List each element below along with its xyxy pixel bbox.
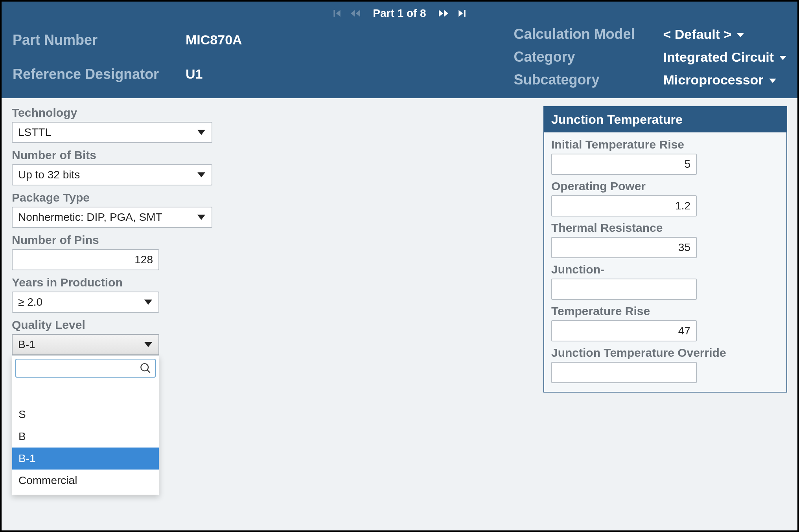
operating-power-label: Operating Power [551, 180, 779, 193]
dropdown-option-b1[interactable]: B-1 [12, 448, 159, 470]
form-body: Technology LSTTL Number of Bits Up to 32… [2, 98, 797, 530]
dropdown-option-commercial[interactable]: Commercial [12, 470, 159, 492]
thermal-resistance-label: Thermal Resistance [551, 221, 779, 235]
years-in-production-label: Years in Production [12, 276, 224, 289]
number-of-bits-field: Number of Bits Up to 32 bits [12, 149, 224, 185]
initial-temp-rise-field: Initial Temperature Rise 5 [551, 138, 779, 175]
dropdown-option-b[interactable]: B [12, 426, 159, 448]
technology-field: Technology LSTTL [12, 106, 224, 143]
package-type-label: Package Type [12, 191, 224, 204]
temperature-rise-label: Temperature Rise [551, 305, 779, 318]
number-of-pins-field: Number of Pins 128 [12, 233, 224, 270]
quality-level-dropdown: S B B-1 Commercial [12, 355, 159, 495]
package-type-field: Package Type Nonhermetic: DIP, PGA, SMT [12, 191, 224, 228]
subcategory-value: Microprocessor [663, 72, 764, 88]
quality-level-select[interactable]: B-1 [12, 334, 159, 355]
last-record-icon[interactable] [456, 7, 468, 19]
junction-temperature-panel: Junction Temperature Initial Temperature… [543, 106, 787, 393]
number-of-bits-label: Number of Bits [12, 149, 224, 162]
chevron-down-icon [197, 130, 205, 135]
category-value: Integrated Circuit [663, 50, 774, 65]
chevron-down-icon [737, 33, 744, 37]
chevron-down-icon [144, 342, 152, 347]
search-icon [140, 363, 151, 374]
junction-label: Junction- [551, 263, 779, 276]
calculation-model-value: < Default > [663, 27, 732, 42]
chevron-down-icon [197, 215, 205, 220]
calculation-model-label: Calculation Model [514, 26, 663, 42]
operating-power-field: Operating Power 1.2 [551, 180, 779, 216]
initial-temp-rise-input[interactable]: 5 [551, 154, 697, 175]
category-label: Category [514, 49, 663, 65]
record-pager: Part 1 of 8 [2, 2, 797, 24]
junction-override-label: Junction Temperature Override [551, 346, 779, 360]
temperature-rise-field: Temperature Rise 47 [551, 305, 779, 341]
next-record-icon[interactable] [437, 7, 449, 19]
number-of-bits-value: Up to 32 bits [18, 169, 80, 181]
category-select[interactable]: Integrated Circuit [663, 50, 786, 65]
years-in-production-field: Years in Production ≥ 2.0 [12, 276, 224, 313]
chevron-down-icon [144, 300, 152, 305]
package-type-value: Nonhermetic: DIP, PGA, SMT [18, 211, 162, 224]
subcategory-select[interactable]: Microprocessor [663, 72, 786, 88]
initial-temp-rise-label: Initial Temperature Rise [551, 138, 779, 151]
header-bar: Part 1 of 8 Part Number MIC870A Referenc… [2, 2, 797, 98]
app-frame: Part 1 of 8 Part Number MIC870A Referenc… [0, 0, 799, 532]
dropdown-search-input[interactable] [15, 359, 156, 378]
part-number-label: Part Number [13, 32, 186, 48]
temperature-rise-value: 47 [678, 325, 690, 337]
technology-select[interactable]: LSTTL [12, 122, 212, 143]
left-form-column: Technology LSTTL Number of Bits Up to 32… [12, 106, 224, 523]
temperature-rise-input[interactable]: 47 [551, 320, 697, 341]
junction-override-field: Junction Temperature Override [551, 346, 779, 383]
junction-input[interactable] [551, 279, 697, 300]
technology-value: LSTTL [18, 126, 51, 139]
dropdown-option-s[interactable]: S [12, 404, 159, 426]
quality-level-field: Quality Level B-1 [12, 318, 224, 355]
calculation-model-select[interactable]: < Default > [663, 27, 786, 42]
operating-power-input[interactable]: 1.2 [551, 195, 697, 216]
prev-record-icon [350, 7, 362, 19]
chevron-down-icon [779, 56, 786, 60]
first-record-icon [331, 7, 343, 19]
thermal-resistance-value: 35 [678, 241, 690, 254]
chevron-down-icon [769, 79, 776, 83]
dropdown-option-list: S B B-1 Commercial [12, 381, 159, 495]
right-panel-column: Junction Temperature Initial Temperature… [543, 106, 787, 523]
initial-temp-rise-value: 5 [684, 158, 690, 171]
thermal-resistance-input[interactable]: 35 [551, 237, 697, 258]
package-type-select[interactable]: Nonhermetic: DIP, PGA, SMT [12, 207, 212, 228]
number-of-pins-input[interactable]: 128 [12, 249, 159, 270]
junction-field: Junction- [551, 263, 779, 300]
operating-power-value: 1.2 [675, 200, 690, 212]
years-in-production-select[interactable]: ≥ 2.0 [12, 292, 159, 313]
number-of-bits-select[interactable]: Up to 32 bits [12, 164, 212, 185]
quality-level-value: B-1 [18, 338, 35, 351]
number-of-pins-value: 128 [134, 253, 153, 266]
number-of-pins-label: Number of Pins [12, 233, 224, 247]
junction-override-input[interactable] [551, 362, 697, 383]
part-number-value: MIC870A [186, 32, 242, 48]
years-in-production-value: ≥ 2.0 [18, 296, 42, 308]
chevron-down-icon [197, 172, 205, 178]
quality-level-label: Quality Level [12, 318, 224, 332]
thermal-resistance-field: Thermal Resistance 35 [551, 221, 779, 258]
reference-designator-label: Reference Designator [13, 66, 186, 83]
pager-label: Part 1 of 8 [373, 7, 426, 20]
junction-temperature-title: Junction Temperature [544, 107, 786, 132]
reference-designator-value: U1 [186, 66, 242, 82]
subcategory-label: Subcategory [514, 72, 663, 88]
dropdown-option-blank[interactable] [12, 383, 159, 404]
technology-label: Technology [12, 106, 224, 119]
